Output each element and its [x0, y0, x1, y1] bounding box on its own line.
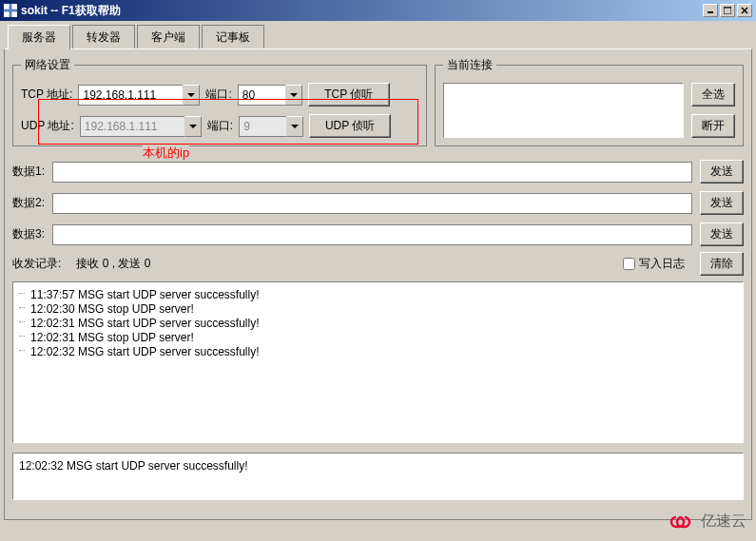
- data2-input[interactable]: [52, 193, 692, 214]
- close-button[interactable]: [737, 4, 752, 17]
- tcp-port-input[interactable]: [238, 85, 285, 106]
- window-title: sokit -- F1获取帮助: [21, 3, 703, 19]
- udp-addr-input: [80, 116, 184, 137]
- tcp-listen-button[interactable]: TCP 侦听: [308, 83, 390, 106]
- udp-port-input: [239, 116, 286, 137]
- log-area[interactable]: 11:37:57 MSG start UDP server successful…: [12, 281, 744, 443]
- udp-addr-dropdown-icon[interactable]: [184, 116, 202, 137]
- watermark: 亿速云: [669, 512, 746, 531]
- udp-listen-button[interactable]: UDP 侦听: [309, 114, 391, 138]
- tab-forwarder[interactable]: 转发器: [72, 25, 135, 49]
- tcp-port-label: 端口:: [205, 87, 231, 103]
- write-log-checkbox-label[interactable]: 写入日志: [623, 256, 685, 272]
- svg-marker-11: [189, 125, 197, 128]
- data2-send-button[interactable]: 发送: [700, 191, 744, 215]
- clear-button[interactable]: 清除: [700, 252, 744, 276]
- svg-rect-2: [4, 11, 10, 17]
- log-stats: 接收 0 , 发送 0: [76, 256, 150, 272]
- svg-rect-1: [11, 4, 17, 10]
- log-line: 12:02:31 MSG start UDP server successful…: [19, 317, 737, 330]
- data1-input[interactable]: [52, 162, 692, 183]
- tcp-port-dropdown-icon[interactable]: [285, 85, 302, 106]
- tab-notepad[interactable]: 记事板: [202, 25, 264, 49]
- window-controls: [703, 4, 752, 17]
- tcp-addr-label: TCP 地址:: [21, 87, 72, 103]
- current-conn-group: 当前连接 全选 断开: [435, 57, 744, 146]
- tab-content: 网络设置 TCP 地址: 端口: TCP 侦听 UDP 地址:: [4, 48, 752, 520]
- status-text: 12:02:32 MSG start UDP server successful…: [19, 459, 248, 473]
- svg-marker-12: [291, 125, 299, 128]
- watermark-text: 亿速云: [701, 512, 746, 531]
- write-log-checkbox[interactable]: [623, 258, 635, 270]
- net-settings-legend: 网络设置: [21, 57, 74, 73]
- status-area: 12:02:32 MSG start UDP server successful…: [12, 453, 744, 500]
- log-line: 11:37:57 MSG start UDP server successful…: [19, 288, 737, 301]
- connection-list[interactable]: [443, 83, 684, 138]
- watermark-icon: [669, 513, 695, 531]
- titlebar: sokit -- F1获取帮助: [0, 0, 756, 21]
- current-conn-legend: 当前连接: [443, 57, 496, 73]
- log-line: 12:02:30 MSG stop UDP server!: [19, 302, 737, 316]
- tab-server[interactable]: 服务器: [8, 25, 70, 49]
- select-all-button[interactable]: 全选: [691, 83, 735, 106]
- disconnect-button[interactable]: 断开: [691, 114, 735, 138]
- data1-label: 数据1:: [12, 164, 45, 180]
- svg-marker-9: [187, 93, 195, 97]
- data3-send-button[interactable]: 发送: [700, 222, 744, 246]
- net-settings-group: 网络设置 TCP 地址: 端口: TCP 侦听 UDP 地址:: [12, 57, 427, 146]
- data2-label: 数据2:: [12, 195, 45, 211]
- log-line: 12:02:31 MSG stop UDP server!: [19, 331, 737, 344]
- udp-port-dropdown-icon[interactable]: [286, 116, 303, 137]
- udp-port-label: 端口:: [207, 118, 233, 134]
- annotation-label: 本机的ip: [143, 145, 189, 162]
- data1-send-button[interactable]: 发送: [700, 160, 744, 184]
- data3-input[interactable]: [52, 224, 692, 245]
- tcp-addr-input[interactable]: [78, 85, 183, 106]
- udp-addr-label: UDP 地址:: [21, 118, 74, 134]
- svg-rect-0: [4, 4, 10, 10]
- write-log-text: 写入日志: [639, 256, 685, 272]
- log-line: 12:02:32 MSG start UDP server successful…: [19, 345, 737, 358]
- app-icon: [4, 4, 17, 17]
- tab-client[interactable]: 客户端: [137, 25, 200, 49]
- svg-marker-10: [290, 93, 298, 97]
- svg-rect-3: [11, 11, 17, 17]
- tab-bar: 服务器 转发器 客户端 记事板: [8, 25, 756, 49]
- maximize-button[interactable]: [720, 4, 735, 17]
- minimize-button[interactable]: [703, 4, 718, 17]
- log-title: 收发记录:: [12, 256, 61, 272]
- tcp-addr-dropdown-icon[interactable]: [183, 85, 200, 106]
- data3-label: 数据3:: [12, 226, 45, 242]
